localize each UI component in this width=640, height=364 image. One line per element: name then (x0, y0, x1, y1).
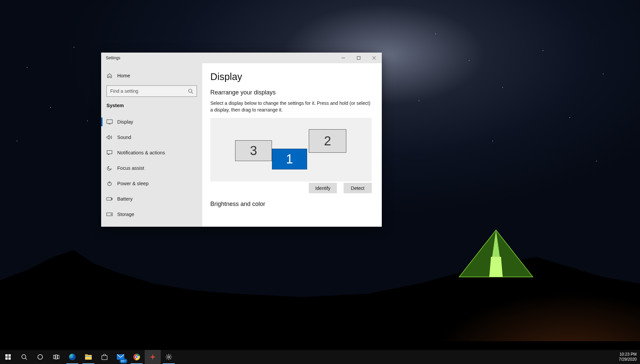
taskbar-app-edge[interactable] (64, 350, 80, 364)
mail-badge: 99+ (120, 359, 127, 363)
maximize-button[interactable] (351, 53, 366, 63)
svg-point-8 (111, 214, 112, 215)
sidebar-item-label: Storage (117, 212, 134, 217)
svg-rect-6 (112, 198, 112, 200)
taskbar-app-unknown[interactable] (145, 350, 161, 364)
svg-rect-12 (8, 357, 11, 360)
battery-icon (106, 196, 113, 202)
notifications-icon (106, 150, 113, 156)
storage-icon (106, 211, 113, 217)
settings-window: Settings Home (101, 53, 382, 227)
svg-rect-0 (357, 57, 360, 60)
cortana-button[interactable] (32, 350, 48, 364)
sidebar-item-battery[interactable]: Battery (101, 191, 202, 207)
sound-icon (106, 134, 113, 140)
desktop-letterbox (0, 341, 640, 350)
search-placeholder: Find a setting (110, 88, 138, 94)
clock-date: 7/29/2020 (619, 357, 637, 362)
sidebar-item-display[interactable]: Display (101, 114, 202, 130)
svg-rect-5 (106, 198, 111, 200)
svg-rect-11 (5, 357, 8, 360)
start-button[interactable] (0, 350, 16, 364)
titlebar[interactable]: Settings (101, 53, 382, 63)
svg-rect-22 (102, 356, 107, 360)
display-icon (106, 119, 113, 125)
sidebar-home[interactable]: Home (101, 70, 202, 81)
sidebar-item-focus-assist[interactable]: Focus assist (101, 160, 202, 176)
minimize-button[interactable] (336, 53, 351, 63)
sidebar-item-label: Power & sleep (117, 181, 149, 186)
focus-icon (106, 165, 113, 171)
content-area: Display Rearrange your displays Select a… (202, 63, 382, 227)
svg-point-13 (22, 355, 26, 359)
identify-button[interactable]: Identify (309, 183, 337, 193)
sidebar-home-label: Home (117, 73, 130, 78)
rearrange-description: Select a display below to change the set… (210, 100, 372, 113)
sidebar-item-label: Focus assist (117, 165, 144, 171)
sidebar-item-power-sleep[interactable]: Power & sleep (101, 176, 202, 191)
taskbar-app-mail[interactable]: 99+ (113, 350, 129, 364)
sidebar-item-notifications-actions[interactable]: Notifications & actions (101, 145, 202, 160)
monitor-2[interactable]: 2 (309, 129, 346, 153)
svg-point-18 (69, 354, 76, 360)
taskbar: 99+ 10:23 PM 7/29/2020 (0, 350, 640, 364)
monitor-1[interactable]: 1 (272, 149, 307, 169)
sidebar-item-label: Battery (117, 196, 133, 202)
sidebar-section: System (101, 100, 202, 114)
home-icon (106, 73, 113, 79)
svg-rect-2 (107, 120, 113, 124)
taskbar-search-button[interactable] (16, 350, 32, 364)
detect-button[interactable]: Detect (344, 183, 372, 193)
svg-rect-21 (85, 356, 92, 357)
system-tray-clock[interactable]: 10:23 PM 7/29/2020 (614, 350, 640, 364)
sidebar-item-sound[interactable]: Sound (101, 130, 202, 145)
search-icon (188, 88, 193, 94)
taskbar-app-store[interactable] (96, 350, 113, 364)
taskbar-app-file-explorer[interactable] (80, 350, 96, 364)
svg-rect-3 (107, 151, 112, 154)
svg-point-27 (168, 356, 170, 358)
svg-rect-20 (85, 354, 88, 356)
display-arrangement-area[interactable]: 312 (210, 118, 372, 181)
svg-rect-15 (54, 355, 55, 359)
sidebar-item-label: Sound (117, 135, 131, 140)
window-title: Settings (106, 56, 120, 60)
svg-rect-10 (8, 354, 11, 357)
svg-point-26 (136, 356, 138, 358)
svg-rect-16 (56, 355, 57, 359)
page-title: Display (210, 71, 372, 82)
close-button[interactable] (366, 53, 382, 63)
brightness-section-title: Brightness and color (210, 201, 372, 208)
rearrange-section-title: Rearrange your displays (210, 89, 372, 96)
taskbar-app-chrome[interactable] (129, 350, 145, 364)
sidebar-item-storage[interactable]: Storage (101, 207, 202, 222)
task-view-button[interactable] (48, 350, 64, 364)
sidebar-item-label: Notifications & actions (117, 150, 165, 155)
power-icon (106, 180, 113, 187)
svg-rect-17 (58, 355, 59, 359)
sidebar: Home Find a setting System DisplaySoundN… (101, 63, 202, 227)
clock-time: 10:23 PM (620, 352, 637, 357)
svg-rect-19 (85, 355, 92, 360)
search-input[interactable]: Find a setting (106, 85, 197, 97)
svg-point-14 (38, 355, 43, 359)
svg-point-1 (189, 89, 192, 92)
taskbar-app-settings[interactable] (161, 350, 177, 364)
monitor-3[interactable]: 3 (235, 140, 272, 161)
sidebar-item-label: Display (117, 119, 133, 125)
svg-rect-9 (5, 354, 8, 357)
